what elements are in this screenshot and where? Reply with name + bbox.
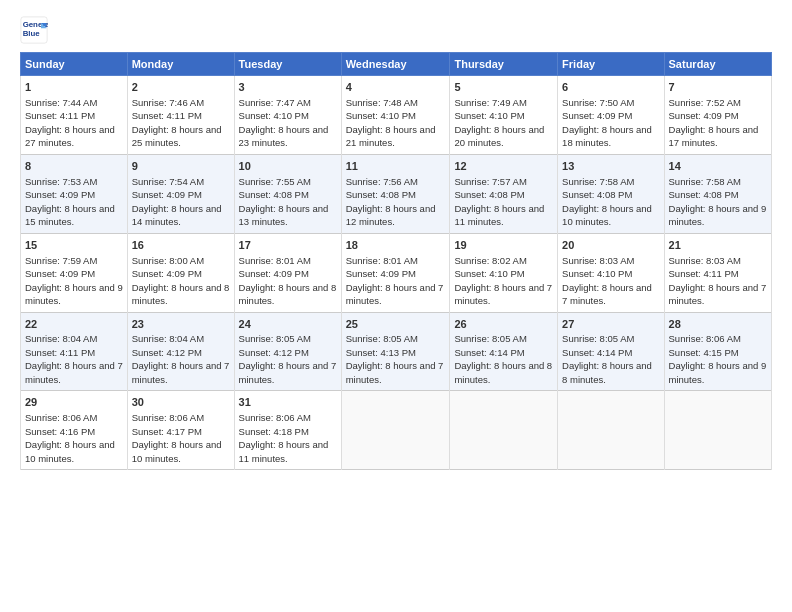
day-info: Sunrise: 8:01 AMSunset: 4:09 PMDaylight:… [346,255,444,307]
day-number: 31 [239,395,337,410]
calendar-cell: 26Sunrise: 8:05 AMSunset: 4:14 PMDayligh… [450,312,558,391]
day-info: Sunrise: 7:46 AMSunset: 4:11 PMDaylight:… [132,97,222,149]
day-info: Sunrise: 8:06 AMSunset: 4:15 PMDaylight:… [669,333,767,385]
day-number: 16 [132,238,230,253]
calendar-cell [664,391,771,470]
col-sunday: Sunday [21,53,128,76]
day-info: Sunrise: 8:00 AMSunset: 4:09 PMDaylight:… [132,255,230,307]
calendar-cell: 9Sunrise: 7:54 AMSunset: 4:09 PMDaylight… [127,154,234,233]
calendar-cell: 20Sunrise: 8:03 AMSunset: 4:10 PMDayligh… [558,233,664,312]
calendar-cell: 10Sunrise: 7:55 AMSunset: 4:08 PMDayligh… [234,154,341,233]
calendar-cell: 21Sunrise: 8:03 AMSunset: 4:11 PMDayligh… [664,233,771,312]
day-info: Sunrise: 7:58 AMSunset: 4:08 PMDaylight:… [669,176,767,228]
day-info: Sunrise: 7:50 AMSunset: 4:09 PMDaylight:… [562,97,652,149]
day-info: Sunrise: 7:47 AMSunset: 4:10 PMDaylight:… [239,97,329,149]
col-tuesday: Tuesday [234,53,341,76]
calendar-cell: 19Sunrise: 8:02 AMSunset: 4:10 PMDayligh… [450,233,558,312]
calendar-week-row: 15Sunrise: 7:59 AMSunset: 4:09 PMDayligh… [21,233,772,312]
day-number: 30 [132,395,230,410]
day-number: 15 [25,238,123,253]
day-number: 17 [239,238,337,253]
col-monday: Monday [127,53,234,76]
day-number: 1 [25,80,123,95]
day-info: Sunrise: 7:56 AMSunset: 4:08 PMDaylight:… [346,176,436,228]
calendar-cell: 5Sunrise: 7:49 AMSunset: 4:10 PMDaylight… [450,76,558,155]
calendar-cell: 8Sunrise: 7:53 AMSunset: 4:09 PMDaylight… [21,154,128,233]
day-info: Sunrise: 7:54 AMSunset: 4:09 PMDaylight:… [132,176,222,228]
day-number: 9 [132,159,230,174]
day-number: 24 [239,317,337,332]
svg-text:Blue: Blue [23,29,41,38]
col-thursday: Thursday [450,53,558,76]
calendar-cell: 17Sunrise: 8:01 AMSunset: 4:09 PMDayligh… [234,233,341,312]
day-number: 6 [562,80,659,95]
calendar-cell: 30Sunrise: 8:06 AMSunset: 4:17 PMDayligh… [127,391,234,470]
day-number: 23 [132,317,230,332]
day-info: Sunrise: 8:03 AMSunset: 4:10 PMDaylight:… [562,255,652,307]
day-info: Sunrise: 8:04 AMSunset: 4:11 PMDaylight:… [25,333,123,385]
day-number: 7 [669,80,767,95]
calendar-cell: 6Sunrise: 7:50 AMSunset: 4:09 PMDaylight… [558,76,664,155]
day-number: 10 [239,159,337,174]
day-number: 19 [454,238,553,253]
calendar-cell: 11Sunrise: 7:56 AMSunset: 4:08 PMDayligh… [341,154,450,233]
calendar-cell [450,391,558,470]
calendar-page: General Blue Sunday Monday Tuesday Wedne… [0,0,792,612]
day-number: 26 [454,317,553,332]
day-number: 29 [25,395,123,410]
day-info: Sunrise: 8:05 AMSunset: 4:14 PMDaylight:… [454,333,552,385]
calendar-cell: 7Sunrise: 7:52 AMSunset: 4:09 PMDaylight… [664,76,771,155]
calendar-cell: 31Sunrise: 8:06 AMSunset: 4:18 PMDayligh… [234,391,341,470]
calendar-cell: 13Sunrise: 7:58 AMSunset: 4:08 PMDayligh… [558,154,664,233]
day-number: 20 [562,238,659,253]
calendar-week-row: 8Sunrise: 7:53 AMSunset: 4:09 PMDaylight… [21,154,772,233]
day-info: Sunrise: 8:02 AMSunset: 4:10 PMDaylight:… [454,255,552,307]
day-info: Sunrise: 7:44 AMSunset: 4:11 PMDaylight:… [25,97,115,149]
day-number: 5 [454,80,553,95]
calendar-cell: 2Sunrise: 7:46 AMSunset: 4:11 PMDaylight… [127,76,234,155]
col-wednesday: Wednesday [341,53,450,76]
calendar-cell: 27Sunrise: 8:05 AMSunset: 4:14 PMDayligh… [558,312,664,391]
day-info: Sunrise: 7:49 AMSunset: 4:10 PMDaylight:… [454,97,544,149]
day-number: 18 [346,238,446,253]
day-info: Sunrise: 7:52 AMSunset: 4:09 PMDaylight:… [669,97,759,149]
calendar-cell [558,391,664,470]
day-number: 3 [239,80,337,95]
day-number: 8 [25,159,123,174]
day-info: Sunrise: 8:03 AMSunset: 4:11 PMDaylight:… [669,255,767,307]
day-info: Sunrise: 7:48 AMSunset: 4:10 PMDaylight:… [346,97,436,149]
day-info: Sunrise: 8:06 AMSunset: 4:17 PMDaylight:… [132,412,222,464]
calendar-cell: 23Sunrise: 8:04 AMSunset: 4:12 PMDayligh… [127,312,234,391]
day-number: 28 [669,317,767,332]
day-info: Sunrise: 8:05 AMSunset: 4:12 PMDaylight:… [239,333,337,385]
calendar-week-row: 29Sunrise: 8:06 AMSunset: 4:16 PMDayligh… [21,391,772,470]
calendar-cell: 25Sunrise: 8:05 AMSunset: 4:13 PMDayligh… [341,312,450,391]
calendar-cell: 18Sunrise: 8:01 AMSunset: 4:09 PMDayligh… [341,233,450,312]
logo-icon: General Blue [20,16,48,44]
calendar-cell: 22Sunrise: 8:04 AMSunset: 4:11 PMDayligh… [21,312,128,391]
day-info: Sunrise: 8:01 AMSunset: 4:09 PMDaylight:… [239,255,337,307]
calendar-week-row: 22Sunrise: 8:04 AMSunset: 4:11 PMDayligh… [21,312,772,391]
day-number: 22 [25,317,123,332]
calendar-cell: 14Sunrise: 7:58 AMSunset: 4:08 PMDayligh… [664,154,771,233]
day-info: Sunrise: 8:06 AMSunset: 4:16 PMDaylight:… [25,412,115,464]
day-info: Sunrise: 7:57 AMSunset: 4:08 PMDaylight:… [454,176,544,228]
day-info: Sunrise: 7:59 AMSunset: 4:09 PMDaylight:… [25,255,123,307]
calendar-cell [341,391,450,470]
logo: General Blue [20,16,52,44]
day-info: Sunrise: 8:05 AMSunset: 4:14 PMDaylight:… [562,333,652,385]
day-number: 4 [346,80,446,95]
calendar-cell: 15Sunrise: 7:59 AMSunset: 4:09 PMDayligh… [21,233,128,312]
day-number: 11 [346,159,446,174]
day-number: 13 [562,159,659,174]
day-info: Sunrise: 7:58 AMSunset: 4:08 PMDaylight:… [562,176,652,228]
col-saturday: Saturday [664,53,771,76]
day-number: 14 [669,159,767,174]
calendar-week-row: 1Sunrise: 7:44 AMSunset: 4:11 PMDaylight… [21,76,772,155]
day-info: Sunrise: 8:04 AMSunset: 4:12 PMDaylight:… [132,333,230,385]
day-info: Sunrise: 7:53 AMSunset: 4:09 PMDaylight:… [25,176,115,228]
calendar-cell: 12Sunrise: 7:57 AMSunset: 4:08 PMDayligh… [450,154,558,233]
day-number: 2 [132,80,230,95]
calendar-cell: 16Sunrise: 8:00 AMSunset: 4:09 PMDayligh… [127,233,234,312]
day-number: 21 [669,238,767,253]
